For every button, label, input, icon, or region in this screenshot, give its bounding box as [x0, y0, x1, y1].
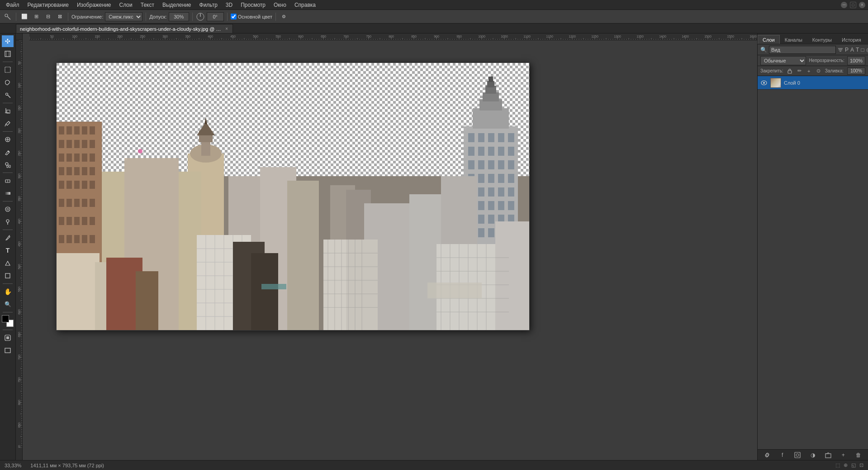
svg-rect-198	[825, 454, 831, 458]
status-icon-3[interactable]: ◱	[851, 462, 856, 468]
filter-icon-btn[interactable]	[838, 46, 843, 54]
crop-tool-btn[interactable]	[2, 105, 14, 117]
subtract-selection-btn[interactable]: ⊟	[43, 12, 53, 22]
shape-layer-btn[interactable]: □	[861, 46, 864, 54]
angle-input[interactable]	[207, 12, 224, 21]
type-layer-btn[interactable]: T	[856, 46, 859, 54]
status-icon-2[interactable]: ⊕	[844, 462, 848, 468]
new-group-btn[interactable]	[824, 451, 833, 460]
fill-input[interactable]	[847, 67, 865, 75]
lock-artboard-btn[interactable]: ⊙	[816, 67, 821, 75]
sample-all-layers-btn[interactable]: ⚙	[279, 12, 289, 22]
layer-kind-btn[interactable]: P	[845, 46, 849, 54]
svg-rect-120	[498, 201, 504, 210]
layers-bottom-bar: f ◑ + 🗑	[758, 449, 868, 460]
menu-3d[interactable]: 3D	[223, 1, 236, 9]
svg-rect-196	[795, 452, 800, 458]
svg-rect-53	[59, 167, 64, 175]
maximize-btn[interactable]: □	[850, 2, 856, 8]
dodge-tool-btn[interactable]	[2, 216, 14, 228]
text-tool-btn[interactable]: T	[2, 245, 14, 256]
eyedropper-tool-btn[interactable]	[2, 118, 14, 129]
menu-select[interactable]: Выделение	[159, 1, 194, 9]
menu-edit[interactable]: Редактирование	[24, 1, 72, 9]
close-btn[interactable]: ×	[859, 2, 865, 8]
healing-tool-btn[interactable]	[2, 134, 14, 145]
stamp-tool-btn[interactable]	[2, 159, 14, 171]
brush-tool-btn[interactable]	[2, 146, 14, 158]
minimize-btn[interactable]: ─	[841, 2, 847, 8]
wand-tool-btn[interactable]	[2, 89, 14, 101]
menu-image[interactable]: Изображение	[74, 1, 114, 9]
link-layers-btn[interactable]	[763, 451, 772, 460]
tolerance-input[interactable]	[169, 12, 189, 21]
top-ruler	[29, 34, 757, 40]
color-swatches[interactable]	[2, 315, 14, 327]
add-adjustment-btn[interactable]: ◑	[808, 451, 817, 460]
anti-alias-label[interactable]: Основной цвет	[231, 14, 272, 19]
layer-visibility-0[interactable]	[760, 79, 768, 86]
shape-tool-btn[interactable]	[2, 270, 14, 282]
dimensions-info: 1411,11 мм × 793,75 мм (72 ppi)	[30, 463, 104, 468]
pen-tool-btn[interactable]	[2, 232, 14, 244]
tab-channels[interactable]: Каналы	[780, 35, 807, 44]
tab-actions[interactable]: Операции	[866, 35, 868, 44]
add-layer-style-btn[interactable]: f	[778, 451, 787, 460]
svg-rect-39	[66, 126, 72, 134]
menu-file[interactable]: Файл	[3, 1, 23, 9]
opacity-input[interactable]	[847, 56, 865, 65]
svg-rect-48	[59, 153, 64, 162]
hand-tool-btn[interactable]: ✋	[2, 286, 14, 297]
smart-object-btn[interactable]: ◎	[866, 46, 868, 54]
marquee-tool-btn[interactable]	[2, 64, 14, 76]
menu-window[interactable]: Окно	[270, 1, 289, 9]
delete-layer-btn[interactable]: 🗑	[854, 451, 863, 460]
lock-pixels-btn[interactable]	[787, 67, 793, 75]
intersect-selection-btn[interactable]: ⊠	[55, 12, 65, 22]
lock-image-pixels-btn[interactable]: ✏	[797, 67, 802, 75]
svg-rect-142	[57, 253, 100, 330]
zoom-tool-btn[interactable]: 🔍	[2, 298, 14, 310]
blend-mode-select[interactable]: Обычные	[760, 56, 806, 65]
add-selection-btn[interactable]: ⊞	[31, 12, 41, 22]
new-layer-btn[interactable]: +	[839, 451, 848, 460]
screen-mode-btn[interactable]	[2, 345, 14, 356]
status-icon-1[interactable]: ⬚	[835, 462, 840, 468]
new-selection-btn[interactable]: ⬜	[19, 12, 29, 22]
fg-color-swatch[interactable]	[2, 315, 9, 322]
menu-filter[interactable]: Фильтр	[196, 1, 221, 9]
artboard-tool-btn[interactable]	[2, 48, 14, 60]
status-icon-4[interactable]: ⊡	[859, 462, 863, 468]
add-mask-btn[interactable]	[793, 451, 802, 460]
lasso-tool-btn[interactable]	[2, 77, 14, 88]
layers-search-input[interactable]	[769, 46, 836, 54]
tab-paths[interactable]: Контуры	[807, 35, 837, 44]
lock-position-btn[interactable]: +	[806, 67, 812, 75]
svg-rect-42	[90, 126, 95, 134]
canvas-viewport[interactable]	[23, 40, 757, 460]
tool-icon-btn[interactable]	[3, 12, 13, 22]
svg-rect-108	[478, 174, 484, 183]
svg-rect-86	[473, 108, 509, 129]
main-layout: ✣	[0, 34, 868, 460]
left-toolbar: ✣	[0, 34, 16, 460]
menu-view[interactable]: Просмотр	[237, 1, 269, 9]
menu-layers[interactable]: Слои	[116, 1, 136, 9]
gradient-tool-btn[interactable]	[2, 187, 14, 199]
anti-alias-checkbox[interactable]	[231, 14, 237, 19]
tab-bar: neighborhood-with-colorful-modern-buildi…	[0, 24, 868, 34]
tab-layers[interactable]: Слои	[758, 35, 780, 44]
path-selection-btn[interactable]	[2, 257, 14, 269]
move-tool-btn[interactable]: ✣	[2, 35, 14, 47]
restriction-select[interactable]: Смеж.пикс	[105, 12, 142, 21]
document-tab[interactable]: neighborhood-with-colorful-modern-buildi…	[16, 24, 233, 33]
eraser-tool-btn[interactable]	[2, 175, 14, 187]
tab-history[interactable]: История	[837, 35, 866, 44]
menu-text[interactable]: Текст	[138, 1, 157, 9]
tab-close-btn[interactable]: ×	[225, 26, 228, 31]
layer-item-0[interactable]: Слой 0	[758, 76, 868, 90]
menu-help[interactable]: Справка	[291, 1, 319, 9]
quick-mask-btn[interactable]	[2, 332, 14, 344]
blur-tool-btn[interactable]	[2, 203, 14, 215]
adjustment-layer-btn[interactable]: A	[850, 46, 854, 54]
